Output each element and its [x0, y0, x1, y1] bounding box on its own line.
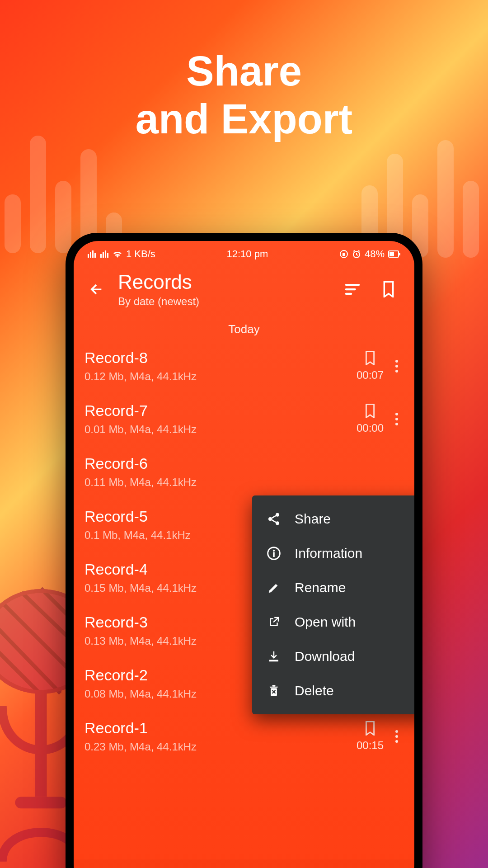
svg-rect-7 — [389, 252, 394, 256]
share-icon — [266, 511, 282, 527]
app-bar: Records By date (newest) — [74, 267, 414, 314]
headline-line2: and Export — [0, 95, 488, 143]
record-row[interactable]: Record-8 0.12 Mb, M4a, 44.1kHz 00:07 — [74, 339, 414, 392]
record-meta: 0.12 Mb, M4a, 44.1kHz — [84, 370, 357, 383]
record-duration: 00:00 — [357, 422, 384, 434]
info-icon — [266, 545, 282, 561]
record-duration: 00:07 — [357, 369, 384, 382]
status-left: 1 KB/s — [87, 248, 155, 260]
bookmarks-button[interactable] — [379, 280, 398, 299]
svg-point-11 — [276, 521, 279, 525]
record-row[interactable]: Record-1 0.23 Mb, M4a, 44.1kHz 00:15 — [74, 709, 414, 755]
bookmark-icon[interactable] — [364, 721, 376, 736]
status-right: 48% — [339, 248, 401, 260]
menu-label: Information — [295, 546, 362, 561]
record-title: Record-1 — [84, 719, 357, 737]
svg-rect-4 — [343, 253, 345, 256]
alarm-icon — [352, 250, 361, 259]
record-more-button[interactable] — [390, 725, 404, 748]
promo-background: Share and Export 1 KB/s 12:10 pm 48% — [0, 0, 488, 868]
sort-icon — [345, 283, 360, 295]
menu-information[interactable]: Information — [252, 536, 414, 571]
svg-rect-16 — [272, 685, 276, 686]
system-nav-bar — [74, 859, 414, 868]
signal-icon — [87, 250, 96, 258]
open-external-icon — [266, 614, 282, 630]
lock-rotation-icon — [339, 250, 348, 259]
bookmark-icon — [382, 281, 395, 297]
record-title: Record-7 — [84, 402, 357, 420]
download-icon — [266, 648, 282, 665]
menu-label: Rename — [295, 580, 346, 595]
menu-label: Open with — [295, 614, 356, 630]
headline-line1: Share — [0, 47, 488, 95]
record-duration: 00:15 — [357, 739, 384, 752]
menu-share[interactable]: Share — [252, 502, 414, 536]
section-today: Today — [74, 314, 414, 339]
menu-open-with[interactable]: Open with — [252, 605, 414, 639]
record-meta: 0.11 Mb, M4a, 44.1kHz — [84, 476, 404, 489]
sort-button[interactable] — [343, 280, 362, 299]
menu-label: Share — [295, 511, 331, 527]
svg-rect-2 — [15, 797, 67, 809]
menu-delete[interactable]: Delete — [252, 674, 414, 708]
record-meta: 0.01 Mb, M4a, 44.1kHz — [84, 423, 357, 436]
arrow-left-icon — [89, 282, 104, 297]
svg-rect-14 — [273, 552, 274, 557]
record-row[interactable]: Record-7 0.01 Mb, M4a, 44.1kHz 00:00 — [74, 392, 414, 445]
title-block: Records By date (newest) — [118, 271, 343, 308]
status-bar: 1 KB/s 12:10 pm 48% — [74, 241, 414, 267]
record-row[interactable]: Record-6 0.11 Mb, M4a, 44.1kHz — [74, 445, 414, 498]
menu-rename[interactable]: Rename — [252, 571, 414, 605]
svg-point-9 — [276, 513, 279, 517]
svg-point-10 — [268, 517, 272, 521]
sort-subtitle[interactable]: By date (newest) — [118, 295, 343, 308]
signal-icon — [100, 250, 109, 258]
menu-label: Download — [295, 649, 355, 664]
context-menu: Share Information Rename — [252, 495, 414, 714]
svg-rect-8 — [399, 253, 400, 255]
back-button[interactable] — [84, 278, 108, 301]
trash-icon — [266, 683, 282, 699]
record-more-button[interactable] — [390, 408, 404, 430]
pencil-icon — [266, 580, 282, 596]
menu-label: Delete — [295, 683, 334, 698]
record-title: Record-8 — [84, 349, 357, 367]
status-net: 1 KB/s — [126, 248, 155, 260]
bookmark-icon[interactable] — [364, 351, 376, 365]
record-more-button[interactable] — [390, 355, 404, 377]
record-title: Record-6 — [84, 455, 404, 472]
page-title: Records — [118, 271, 343, 293]
status-battery-pct: 48% — [365, 248, 385, 260]
svg-point-13 — [273, 550, 275, 552]
record-meta: 0.23 Mb, M4a, 44.1kHz — [84, 741, 357, 753]
status-time: 12:10 pm — [227, 248, 268, 260]
promo-headline: Share and Export — [0, 47, 488, 143]
bookmark-icon[interactable] — [364, 404, 376, 418]
battery-icon — [388, 250, 401, 258]
menu-download[interactable]: Download — [252, 639, 414, 674]
wifi-icon — [113, 250, 122, 258]
phone-frame: 1 KB/s 12:10 pm 48% Records By date (new… — [66, 233, 422, 868]
phone-screen: 1 KB/s 12:10 pm 48% Records By date (new… — [74, 241, 414, 868]
